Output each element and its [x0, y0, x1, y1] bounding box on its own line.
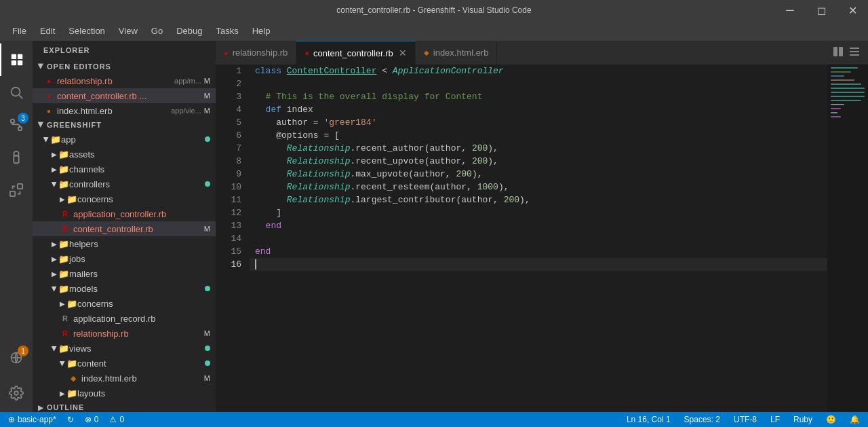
index-erb-badge: M — [204, 374, 216, 382]
index-erb-icon: ◆ — [68, 373, 79, 384]
remote-status[interactable]: ⊕ basic-app* — [5, 412, 59, 427]
tree-relationship[interactable]: R relationship.rb M — [33, 326, 216, 341]
menu-selection[interactable]: Selection — [62, 23, 111, 39]
code-content[interactable]: class ContentController < ApplicationCon… — [250, 64, 827, 412]
warnings-status[interactable]: ⚠ 0 — [106, 412, 127, 427]
smiley-status[interactable]: 🙂 — [823, 412, 839, 427]
line-num-6: 6 — [216, 129, 241, 142]
tree-controllers[interactable]: ▶ 📁 controllers — [33, 177, 216, 191]
token: index — [281, 103, 313, 116]
tree-application-controller[interactable]: R application_controller.rb — [33, 206, 216, 221]
source-control-activity-icon[interactable]: 3 — [0, 109, 33, 141]
language-status[interactable]: Ruby — [791, 412, 815, 427]
menu-view[interactable]: View — [112, 23, 144, 39]
debug-activity-icon[interactable] — [0, 141, 33, 174]
eol-status[interactable]: LF — [768, 412, 783, 427]
settings-activity-icon[interactable] — [0, 377, 33, 409]
controllers-chevron: ▶ — [51, 181, 58, 187]
tree-index-html-erb[interactable]: ◆ index.html.erb M — [33, 371, 216, 386]
minimize-button[interactable]: ─ — [774, 0, 806, 20]
menu-go[interactable]: Go — [144, 23, 170, 39]
code-editor[interactable]: 1 2 3 4 5 6 7 8 9 10 11 12 13 14 15 16 — [216, 64, 868, 412]
index-erb-name: index.html.erb — [81, 373, 204, 384]
tree-jobs[interactable]: ▶ 📁 jobs — [33, 251, 216, 266]
relationship-name: relationship.rb — [73, 329, 204, 339]
token: 200 — [504, 193, 519, 206]
tree-concerns[interactable]: ▶ 📁 concerns — [33, 191, 216, 206]
app-ctrl-icon: R — [60, 208, 71, 219]
open-editor-content-controller-name: content_controller.rb ... — [57, 91, 204, 101]
line-num-8: 8 — [216, 155, 241, 168]
svg-line-5 — [19, 95, 22, 98]
tab-content-close[interactable]: ✕ — [399, 48, 407, 58]
svg-point-7 — [18, 127, 22, 131]
token: 200 — [472, 155, 488, 168]
open-editor-content-controller[interactable]: ● content_controller.rb ... M — [33, 88, 216, 103]
errors-status[interactable]: ⊗ 0 — [82, 412, 102, 427]
menu-file[interactable]: File — [5, 23, 33, 39]
tree-helpers[interactable]: ▶ 📁 helpers — [33, 236, 216, 251]
tab-erb-icon: ◆ — [424, 49, 429, 56]
app-ctrl-name: application_controller.rb — [73, 209, 216, 219]
tree-views[interactable]: ▶ 📁 views — [33, 341, 216, 356]
more-actions-button[interactable] — [846, 43, 863, 62]
outline-section[interactable]: ▶ OUTLINE — [33, 401, 216, 412]
svg-rect-26 — [831, 92, 865, 93]
extensions-activity-icon[interactable] — [0, 174, 33, 206]
line-num-2: 2 — [216, 77, 241, 90]
tab-relationship[interactable]: ● relationship.rb — [216, 41, 296, 64]
token: 200 — [456, 168, 471, 181]
open-editor-index[interactable]: ● index.html.erb app/vie... M — [33, 103, 216, 118]
tree-assets[interactable]: ▶ 📁 assets — [33, 147, 216, 162]
tree-models[interactable]: ▶ 📁 models — [33, 281, 216, 296]
relationship-badge: M — [204, 329, 216, 337]
explorer-activity-icon[interactable] — [0, 43, 33, 76]
content-folder-chevron: ▶ — [59, 360, 66, 366]
remote-activity-icon[interactable]: 1 — [0, 341, 33, 374]
tree-content-controller[interactable]: R content_controller.rb M — [33, 221, 216, 236]
indent-status[interactable]: Spaces: 2 — [682, 412, 723, 427]
menu-help[interactable]: Help — [245, 23, 277, 39]
cursor-position[interactable]: Ln 16, Col 1 — [624, 412, 673, 427]
models-concerns-chevron: ▶ — [60, 300, 65, 308]
tree-models-concerns[interactable]: ▶ 📁 concerns — [33, 296, 216, 311]
close-button[interactable]: ✕ — [837, 0, 868, 20]
greenshift-section[interactable]: ▶ GREENSHIFT — [33, 118, 216, 132]
tree-mailers[interactable]: ▶ 📁 mailers — [33, 266, 216, 281]
encoding-status[interactable]: UTF-8 — [731, 412, 760, 427]
encoding-label: UTF-8 — [734, 415, 757, 424]
svg-rect-2 — [12, 60, 16, 65]
open-editors-section[interactable]: ▶ OPEN EDITORS — [33, 60, 216, 73]
relationship-icon: R — [60, 328, 71, 339]
controllers-dot-badge — [205, 181, 210, 187]
maximize-button[interactable]: ◻ — [806, 0, 837, 20]
menu-tasks[interactable]: Tasks — [209, 23, 245, 39]
tab-index-erb[interactable]: ◆ index.html.erb — [416, 41, 498, 64]
split-editor-button[interactable] — [830, 43, 846, 62]
token: Relationship — [287, 142, 351, 155]
tree-content-folder[interactable]: ▶ 📁 content — [33, 356, 216, 371]
tree-channels[interactable]: ▶ 📁 channels — [33, 162, 216, 177]
bell-status[interactable]: 🔔 — [847, 412, 863, 427]
token: ] — [255, 206, 281, 219]
token: ), — [519, 193, 530, 206]
svg-rect-21 — [831, 71, 851, 73]
outline-label: OUTLINE — [47, 403, 84, 411]
menu-edit[interactable]: Edit — [33, 23, 62, 39]
jobs-chevron: ▶ — [52, 255, 57, 263]
sync-status[interactable]: ↻ — [64, 412, 77, 427]
tree-layouts[interactable]: ▶ 📁 layouts — [33, 386, 216, 401]
menu-debug[interactable]: Debug — [170, 23, 209, 39]
token: ), — [488, 142, 498, 155]
svg-rect-32 — [831, 116, 841, 117]
tab-content-controller[interactable]: ● content_controller.rb ✕ — [296, 41, 415, 64]
open-editor-relationship-path: app/m... — [174, 77, 204, 85]
status-bar: ⊕ basic-app* ↻ ⊗ 0 ⚠ 0 Ln 16, Col 1 Spac… — [0, 412, 868, 427]
search-activity-icon[interactable] — [0, 76, 33, 109]
open-editor-index-badge: M — [204, 107, 216, 115]
tree-application-record[interactable]: R application_record.rb — [33, 311, 216, 326]
tree-app[interactable]: ▶ 📁 app — [33, 132, 216, 147]
token: .recent_author(author, — [350, 142, 471, 155]
open-editor-relationship[interactable]: ● relationship.rb app/m... M — [33, 73, 216, 88]
status-right: Ln 16, Col 1 Spaces: 2 UTF-8 LF Ruby 🙂 🔔 — [624, 412, 863, 427]
